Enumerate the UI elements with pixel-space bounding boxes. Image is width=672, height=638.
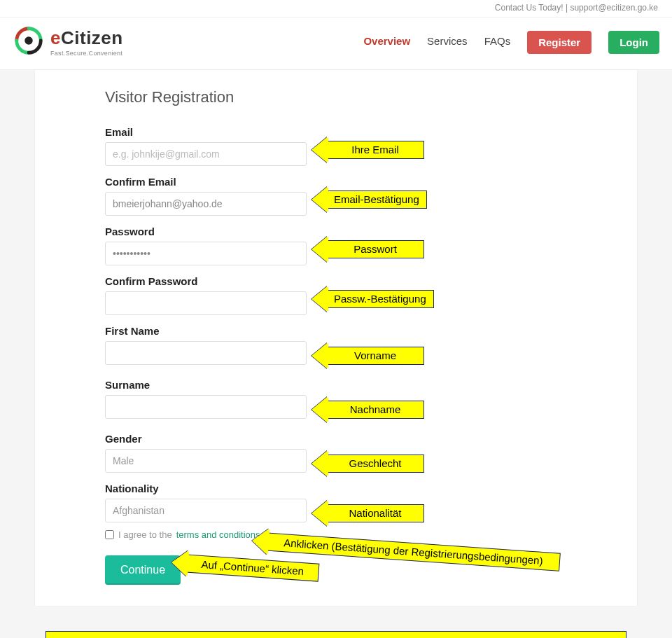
email-label: Email <box>105 126 637 138</box>
callout-surname: Nachname <box>312 397 424 422</box>
logo: eCitizen Fast.Secure.Convenient <box>13 25 123 60</box>
page-title: Visitor Registration <box>105 84 637 126</box>
confirm-password-field[interactable] <box>105 291 307 315</box>
callout-password: Passwort <box>312 237 424 262</box>
callout-first-name: Vorname <box>312 343 424 368</box>
callout-nationality: Nationalität <box>312 501 424 526</box>
nav-overview[interactable]: Overview <box>363 35 410 49</box>
confirm-email-label: Confirm Email <box>105 176 637 188</box>
login-button[interactable]: Login <box>608 31 659 54</box>
terms-prefix: I agree to the <box>118 529 172 540</box>
callout-email: Ihre Email <box>312 137 424 162</box>
register-button[interactable]: Register <box>527 31 592 54</box>
note-box: Zu diesem Formular gelangen Sie auch dir… <box>46 631 626 638</box>
terms-link[interactable]: terms and conditions <box>176 529 260 540</box>
contact-text: Contact Us Today! | support@ecitizen.go.… <box>495 3 658 13</box>
email-field[interactable] <box>105 142 307 166</box>
nav: Overview Services FAQs Register Login <box>363 31 659 54</box>
registration-form: Email Ihre Email Confirm Email Email-Bes… <box>105 126 637 585</box>
callout-confirm-email: Email-Bestätigung <box>312 187 427 212</box>
first-name-label: First Name <box>105 325 637 337</box>
surname-field[interactable] <box>105 395 307 419</box>
password-field[interactable] <box>105 242 307 265</box>
gender-label: Gender <box>105 433 637 445</box>
ecitizen-logo-icon <box>13 25 45 60</box>
topbar: Contact Us Today! | support@ecitizen.go.… <box>0 0 672 18</box>
nav-faqs[interactable]: FAQs <box>484 35 511 49</box>
brand-text: eCitizen Fast.Secure.Convenient <box>50 27 123 57</box>
first-name-field[interactable] <box>105 341 307 365</box>
terms-row: I agree to the terms and conditions Ankl… <box>105 529 637 540</box>
confirm-email-field[interactable] <box>105 192 307 216</box>
continue-button[interactable]: Continue <box>105 555 181 585</box>
nav-services[interactable]: Services <box>427 35 468 49</box>
brand-e: e <box>50 27 61 48</box>
nationality-select[interactable] <box>105 499 307 522</box>
password-label: Password <box>105 226 637 237</box>
confirm-password-label: Confirm Password <box>105 275 637 287</box>
gender-select[interactable] <box>105 449 307 473</box>
callout-confirm-password: Passw.-Bestätigung <box>312 286 434 312</box>
svg-point-0 <box>24 36 33 45</box>
nationality-label: Nationality <box>105 483 637 494</box>
brand-rest: Citizen <box>61 27 123 48</box>
brand-subtitle: Fast.Secure.Convenient <box>50 50 123 57</box>
callout-continue: Auf „Continue“ klicken <box>171 550 320 585</box>
callout-gender: Geschlecht <box>312 451 424 476</box>
terms-checkbox[interactable] <box>105 530 114 539</box>
header: eCitizen Fast.Secure.Convenient Overview… <box>0 18 672 70</box>
surname-label: Surname <box>105 379 637 391</box>
